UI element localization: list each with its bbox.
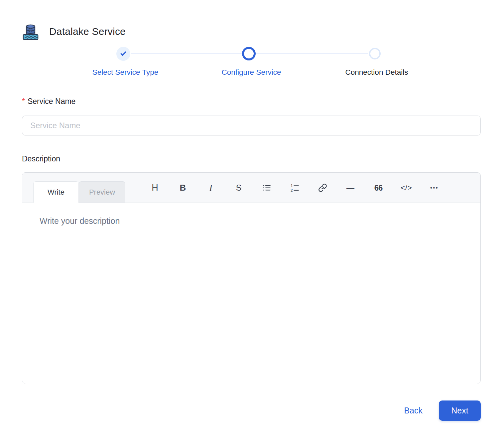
code-button[interactable]: </> [401, 181, 412, 195]
step-label-select-service-type: Select Service Type [72, 68, 179, 77]
bold-button[interactable]: B [177, 181, 189, 195]
tab-preview[interactable]: Preview [79, 181, 125, 203]
link-icon [318, 183, 327, 192]
datalake-icon [22, 23, 39, 41]
step-label-configure-service: Configure Service [198, 68, 305, 77]
wizard-footer: Back Next [404, 400, 481, 421]
italic-icon: I [209, 183, 212, 193]
back-button[interactable]: Back [404, 406, 423, 415]
required-asterisk: * [22, 97, 25, 106]
editor-toolbar: H B I S [149, 173, 440, 203]
strikethrough-icon: S [236, 183, 242, 193]
description-label: Description [22, 154, 60, 163]
page-header: Datalake Service [22, 23, 126, 41]
page-title: Datalake Service [49, 26, 126, 37]
quote-icon: 66 [374, 183, 383, 193]
italic-button[interactable]: I [205, 181, 216, 195]
step-connector [131, 53, 242, 54]
more-button[interactable]: ••• [429, 181, 440, 195]
strikethrough-button[interactable]: S [233, 181, 244, 195]
link-button[interactable] [317, 181, 328, 195]
service-name-label: *Service Name [22, 97, 75, 106]
description-placeholder: Write your description [40, 216, 120, 226]
step-connector [256, 53, 368, 54]
horizontal-rule-button[interactable]: — [345, 181, 356, 195]
check-icon [120, 50, 127, 57]
service-name-label-text: Service Name [28, 97, 75, 106]
heading-icon: H [152, 183, 158, 193]
bulleted-list-button[interactable] [261, 181, 272, 195]
svg-text:2: 2 [291, 188, 293, 192]
step-pending-indicator [369, 48, 381, 59]
tab-write[interactable]: Write [33, 181, 79, 203]
step-active-indicator [242, 47, 256, 60]
step-completed-indicator [116, 47, 130, 61]
code-icon: </> [401, 184, 412, 192]
service-name-input[interactable] [22, 116, 481, 135]
quote-button[interactable]: 66 [373, 181, 384, 195]
numbered-list-button[interactable]: 1 2 [289, 181, 300, 195]
bulleted-list-icon [262, 183, 271, 192]
description-editor-area[interactable]: Write your description [22, 203, 480, 384]
svg-text:1: 1 [291, 184, 293, 188]
more-icon: ••• [430, 185, 439, 191]
bold-icon: B [180, 183, 186, 193]
horizontal-rule-icon: — [346, 183, 354, 193]
heading-button[interactable]: H [149, 181, 161, 195]
step-label-connection-details: Connection Details [323, 68, 430, 77]
editor-toolbar-header: Write Preview H B I S [22, 173, 480, 203]
next-button[interactable]: Next [439, 400, 481, 421]
numbered-list-icon: 1 2 [290, 183, 299, 192]
description-editor: Write Preview H B I S [22, 172, 481, 384]
configure-service-page: Datalake Service Select Service Type Con… [0, 0, 504, 443]
